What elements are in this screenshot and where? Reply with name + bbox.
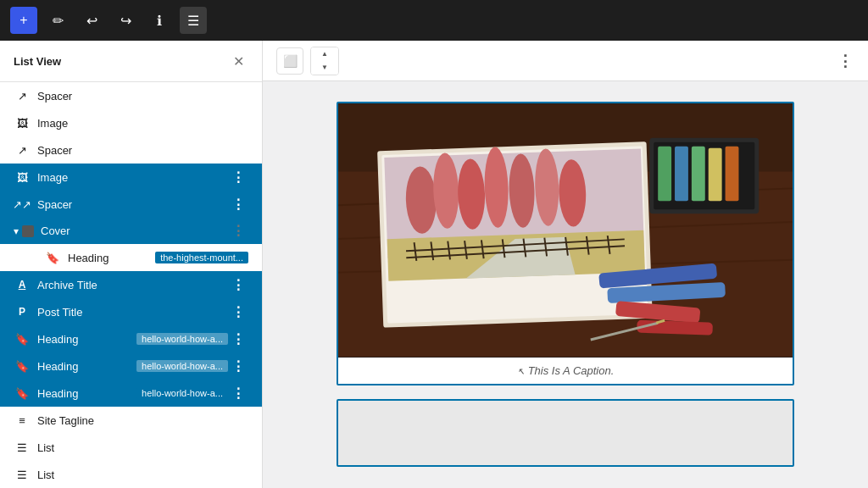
block-mover: ▲ ▼ [310,47,339,75]
caption-icon: ↖ [517,366,525,376]
item-label: Image [37,171,228,184]
item-label: Archive Title [37,279,228,291]
item-options-button[interactable]: ⋮ [228,304,248,320]
main-area: List View ✕ Spacer 🖼 Image Spacer 🖼 [0,41,868,488]
item-tag: the-highest-mount... [155,252,248,263]
list-item[interactable]: Spacer [0,82,262,109]
canvas-image-svg [338,103,793,358]
list-items-container: Spacer 🖼 Image Spacer 🖼 Image ⋮ ↗ Spa [0,82,262,488]
list-item-heading[interactable]: 🔖 Heading the-highest-mount... [0,244,262,271]
item-options-button[interactable]: ⋮ [228,358,248,374]
item-label: Spacer [37,90,248,103]
item-label: Heading [68,252,150,264]
item-label: Spacer [37,198,228,211]
list-item-list-1[interactable]: ☰ List [0,434,262,461]
list-item-spacer-selected[interactable]: ↗ Spacer ⋮ [0,191,262,218]
item-label: Post Title [37,306,228,319]
list-item-heading-2[interactable]: 🔖 Heading hello-world-how-a... ⋮ [0,325,262,352]
cover-block[interactable] [337,399,794,467]
item-label: Heading [37,360,131,373]
move-up-button[interactable]: ▲ [311,47,338,61]
add-block-button[interactable]: + [10,7,37,34]
svg-rect-33 [675,147,688,202]
item-label: Heading [37,387,131,400]
item-options-button[interactable]: ⋮ [228,385,248,402]
expand-icon: ▾ [14,225,19,237]
item-options-button[interactable]: ⋮ [228,197,248,213]
svg-rect-35 [709,148,722,202]
list-item[interactable]: 🖼 Image [0,109,262,136]
move-down-button[interactable]: ▼ [311,61,338,75]
caption-text: This Is A Caption. [528,364,615,377]
site-tagline-icon: ≡ [14,412,31,429]
editor-canvas: ↖This Is A Caption. [263,81,868,488]
secondary-toolbar: ⬜ ▲ ▼ ⋮ [263,41,868,81]
list-item-image-selected[interactable]: 🖼 Image ⋮ [0,164,262,191]
undo-button[interactable]: ↩ [78,7,105,34]
view-toggle-button[interactable]: ⬜ [276,47,303,75]
image-block[interactable]: ↖This Is A Caption. [337,102,794,385]
item-options-button[interactable]: ⋮ [228,331,248,347]
post-title-icon: P [14,303,31,320]
list-item[interactable]: Spacer [0,136,262,164]
item-options-button[interactable]: ⋮ [228,277,248,293]
svg-rect-34 [692,147,705,202]
svg-rect-40 [637,320,713,336]
list-view-header: List View ✕ [0,41,262,82]
image-container [338,103,793,358]
list-view-close-button[interactable]: ✕ [228,51,248,71]
main-toolbar: + ✏ ↩ ↪ ℹ ☰ [0,0,868,41]
svg-rect-32 [658,147,671,202]
content-area: ⬜ ▲ ▼ ⋮ [263,41,868,488]
list-item-archive-title[interactable]: A Archive Title ⋮ [0,271,262,298]
spacer-icon [14,141,31,158]
item-label: Heading [37,333,131,346]
heading-icon: 🔖 [14,385,31,402]
block-options-button[interactable]: ⋮ [837,52,854,70]
list-item-list-2[interactable]: ☰ List [0,461,262,488]
item-tag: hello-world-how-a... [136,333,228,345]
item-label: Site Tagline [37,414,248,427]
archive-title-icon: A [14,276,31,293]
list-item-post-title[interactable]: P Post Title ⋮ [0,298,262,325]
list-item-heading-3[interactable]: 🔖 Heading hello-world-how-a... ⋮ [0,352,262,380]
list-view-title: List View [14,55,61,68]
list-icon: ☰ [14,439,31,456]
edit-button[interactable]: ✏ [44,7,71,34]
image-icon: 🖼 [14,114,31,131]
spacer-icon: ↗ [14,196,31,213]
item-label: Spacer [37,144,248,157]
item-options-button[interactable]: ⋮ [228,223,248,239]
item-label: List [37,441,248,454]
item-label: List [37,469,248,481]
list-view-panel: List View ✕ Spacer 🖼 Image Spacer 🖼 [0,41,263,488]
image-caption: ↖This Is A Caption. [338,358,793,384]
item-label: Image [37,117,248,130]
item-tag: hello-world-how-a... [136,360,228,372]
item-tag: hello-world-how-a... [136,387,228,399]
item-options-button[interactable]: ⋮ [228,169,248,186]
list-item-site-tagline[interactable]: ≡ Site Tagline [0,407,262,434]
redo-button[interactable]: ↪ [112,7,139,34]
cover-icon [22,225,34,237]
list-item-cover[interactable]: ▾ Cover ⋮ [0,218,262,244]
spacer-icon [14,87,31,104]
heading-icon: 🔖 [14,330,31,347]
item-label: Cover [41,225,228,237]
list-item-heading-4[interactable]: 🔖 Heading hello-world-how-a... ⋮ [0,380,262,407]
list-view-button[interactable]: ☰ [180,7,207,34]
svg-rect-36 [726,147,739,202]
list-icon: ☰ [14,466,31,483]
info-button[interactable]: ℹ [146,7,173,34]
image-icon: 🖼 [14,169,31,186]
heading-icon: 🔖 [14,358,31,374]
heading-icon: 🔖 [44,249,61,266]
